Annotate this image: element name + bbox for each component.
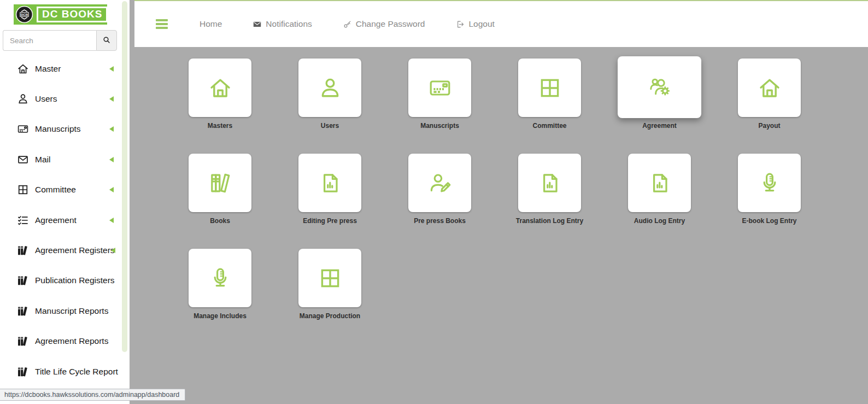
nav-item-notifications[interactable]: Notifications <box>253 19 312 29</box>
nav-item-home[interactable]: Home <box>200 19 222 29</box>
envelope-icon <box>253 20 262 29</box>
tile-label: Pre press Books <box>414 217 466 225</box>
sidebar-item-label: Mail <box>35 155 50 165</box>
tile-button-books[interactable] <box>189 154 251 212</box>
dashboard-content: MastersUsersManuscriptsCommitteeAgreemen… <box>130 47 868 404</box>
sidebar-item-agreement-registers[interactable]: Agreement Registers <box>0 235 130 265</box>
tile-button-agreement[interactable] <box>618 56 701 118</box>
books-icon <box>16 274 30 287</box>
navbar-items: HomeNotificationsChange PasswordLogout <box>200 19 495 29</box>
nav-item-change-password[interactable]: Change Password <box>343 19 425 29</box>
tile-translation-log-entry: Translation Log Entry <box>518 154 581 225</box>
caret-left-icon <box>109 157 114 162</box>
user-icon <box>16 92 30 106</box>
tile-button-manage-production[interactable] <box>298 249 361 307</box>
nav-item-label: Home <box>200 19 222 29</box>
books-icon <box>16 305 30 318</box>
app-window: DCB DC BOOKS MasterUsersManuscriptsMailC… <box>0 0 868 404</box>
top-navbar: HomeNotificationsChange PasswordLogout <box>134 0 868 47</box>
sidebar-item-label: Manuscripts <box>35 124 81 134</box>
sidebar-item-mail[interactable]: Mail <box>0 144 130 174</box>
tile-label: Payout <box>758 122 780 130</box>
books-shelf-icon <box>207 170 233 196</box>
browser-status-url: https://dcbooks.hawkssolutions.com/admin… <box>0 389 185 401</box>
tile-button-manuscripts[interactable] <box>408 58 471 117</box>
tile-button-audio-log-entry[interactable] <box>628 154 691 212</box>
sidebar-item-users[interactable]: Users <box>0 84 130 114</box>
sidebar-item-master[interactable]: Master <box>0 54 130 84</box>
person-edit-icon <box>427 170 453 196</box>
search-input[interactable] <box>3 30 96 51</box>
nav-item-label: Change Password <box>356 19 425 29</box>
nav-item-label: Notifications <box>266 19 312 29</box>
nav-item-label: Logout <box>468 19 494 29</box>
mail-icon <box>16 153 30 166</box>
sidebar-item-label: Publication Registers <box>35 276 115 285</box>
tile-committee: Committee <box>518 58 581 130</box>
sidebar-scrollbar[interactable] <box>122 1 127 352</box>
logout-icon <box>455 20 465 29</box>
card-icon <box>16 122 30 136</box>
tile-button-translation-log-entry[interactable] <box>518 154 581 212</box>
caret-left-icon <box>109 187 114 192</box>
tile-manuscripts: Manuscripts <box>408 58 471 130</box>
tile-button-manage-includes[interactable] <box>189 249 251 307</box>
logo-link[interactable]: DCB DC BOOKS <box>14 4 107 25</box>
microphone-icon <box>756 170 783 196</box>
sidebar-item-agreement-reports[interactable]: Agreement Reports <box>0 326 130 356</box>
sidebar-item-manuscripts[interactable]: Manuscripts <box>0 114 130 144</box>
tile-button-committee[interactable] <box>518 58 581 117</box>
sidebar-item-publication-registers[interactable]: Publication Registers <box>0 266 130 296</box>
magnifier-icon <box>102 36 111 46</box>
doc-chart-icon <box>537 170 563 196</box>
tile-label: Committee <box>532 122 566 130</box>
tile-agreement: Agreement <box>628 58 691 130</box>
tile-masters: Masters <box>189 58 251 130</box>
tile-label: Agreement <box>642 122 677 130</box>
nav-item-logout[interactable]: Logout <box>455 19 494 29</box>
dcb-logo-badge-icon: DCB <box>15 5 33 24</box>
tile-button-users[interactable] <box>298 58 361 117</box>
checklist-icon <box>16 214 30 227</box>
sidebar-item-label: Agreement Reports <box>35 336 108 346</box>
tile-books: Books <box>189 154 251 225</box>
sidebar-search <box>3 30 117 51</box>
logo-badge-text: DCB <box>21 13 28 16</box>
sidebar-item-label: Manuscript Reports <box>35 306 108 316</box>
caret-left-icon <box>109 218 114 223</box>
hamburger-menu-icon[interactable] <box>156 17 168 31</box>
tile-label: Masters <box>208 122 232 130</box>
sidebar-item-title-life-cycle-report[interactable]: Title Life Cycle Report <box>0 356 130 387</box>
tile-button-pre-press-books[interactable] <box>408 154 471 212</box>
caret-left-icon <box>109 66 114 72</box>
tile-label: Manage Includes <box>193 312 247 320</box>
sidebar-item-agreement[interactable]: Agreement <box>0 205 130 235</box>
users-gear-icon <box>647 74 673 101</box>
tile-payout: Payout <box>738 58 801 130</box>
sidebar-item-manuscript-reports[interactable]: Manuscript Reports <box>0 296 130 326</box>
tile-button-masters[interactable] <box>189 58 251 117</box>
tile-manage-production: Manage Production <box>298 249 361 320</box>
home-icon <box>16 62 30 75</box>
caret-left-icon <box>109 126 114 132</box>
tile-button-e-book-log-entry[interactable] <box>738 154 801 212</box>
microphone-icon <box>207 265 233 291</box>
logo-title: DC BOOKS <box>37 7 108 22</box>
sidebar-menu: MasterUsersManuscriptsMailCommitteeAgree… <box>0 54 130 387</box>
tile-editing-pre-press: Editing Pre press <box>298 154 361 225</box>
sidebar-item-committee[interactable]: Committee <box>0 175 130 205</box>
tile-manage-includes: Manage Includes <box>189 249 251 320</box>
tile-label: E-book Log Entry <box>742 217 797 225</box>
tile-button-editing-pre-press[interactable] <box>298 154 361 212</box>
books-icon <box>16 365 30 378</box>
tile-button-payout[interactable] <box>738 58 801 117</box>
grid-icon <box>537 75 563 101</box>
user-icon <box>317 75 343 101</box>
tile-label: Audio Log Entry <box>634 217 685 225</box>
tile-label: Translation Log Entry <box>516 217 583 225</box>
search-button[interactable] <box>96 30 117 51</box>
doc-chart-icon <box>317 170 343 196</box>
tile-label: Users <box>321 122 339 130</box>
sidebar: DCB DC BOOKS MasterUsersManuscriptsMailC… <box>0 0 130 404</box>
key-icon <box>343 20 352 29</box>
